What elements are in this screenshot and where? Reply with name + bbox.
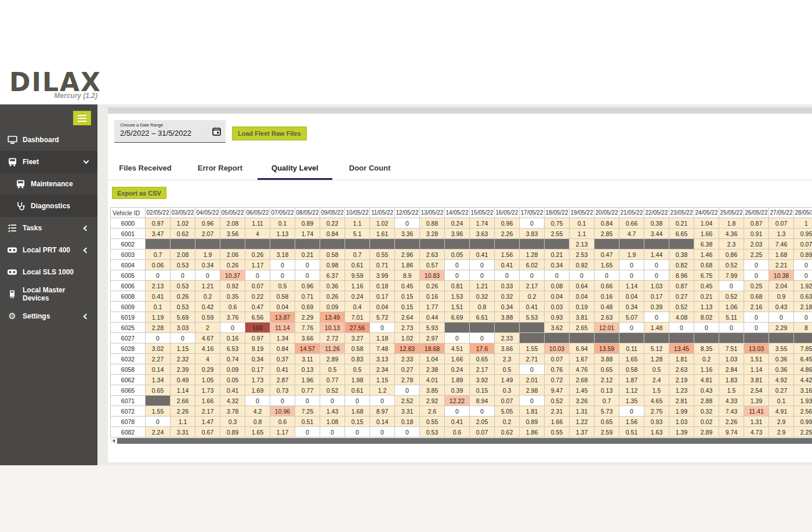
tab-error-report[interactable]: Error Report xyxy=(183,158,258,180)
table-cell: 1.14 xyxy=(744,364,769,375)
table-row: 60013.470.622.073.5641.131.740.845.11.61… xyxy=(111,229,812,239)
table-cell: 0 xyxy=(520,364,545,375)
table-cell: 0.9 xyxy=(769,291,794,302)
sidebar-item-local-prt-400[interactable]: Local PRT 400 xyxy=(0,239,97,261)
table-cell: 0.66 xyxy=(619,218,644,229)
table-cell: 0.66 xyxy=(594,281,619,291)
sidebar-item-settings[interactable]: ⚙Settings xyxy=(0,305,97,327)
table-header-row: Vehicle ID02/05/2203/05/2204/05/2205/05/… xyxy=(111,208,812,218)
table-cell: 0.83 xyxy=(345,354,370,364)
table-cell: 0.64 xyxy=(570,281,594,291)
sidebar-item-local-sls-1000[interactable]: Local SLS 1000 xyxy=(0,261,97,283)
table-cell: 1.83 xyxy=(719,375,744,385)
table-cell: 2.26 xyxy=(719,417,744,427)
table-cell: 0 xyxy=(146,270,171,281)
table-cell: 0 xyxy=(470,270,495,281)
table-cell: 1.13 xyxy=(694,302,719,312)
table-cell: 0.19 xyxy=(570,302,594,312)
tab-door-count[interactable]: Door Count xyxy=(332,158,407,180)
export-csv-button[interactable]: Export as CSV xyxy=(112,187,166,199)
table-cell: 6.45 xyxy=(794,354,812,364)
row-header: 6078 xyxy=(111,417,146,427)
load-fleet-raw-files-button[interactable]: Load Fleet Raw Files xyxy=(232,126,307,140)
scrollbar-thumb[interactable] xyxy=(117,438,812,444)
table-row: 60650.651.141.730.411.690.730.770.520.61… xyxy=(111,385,812,396)
table-cell: 0 xyxy=(470,406,495,417)
sidebar-item-local-master-devices[interactable]: Local Master Devices xyxy=(0,283,97,305)
table-cell: 2.25 xyxy=(744,249,769,260)
table-cell: 1.17 xyxy=(245,260,270,270)
table-cell: 0.41 xyxy=(270,364,295,375)
scrollbar-left-arrow[interactable] xyxy=(110,438,117,444)
table-cell: 0.53 xyxy=(171,302,195,312)
table-cell: 2.78 xyxy=(395,375,420,385)
table-cell: 0.45 xyxy=(395,281,420,291)
sidebar-item-maintenance[interactable]: Maintenance xyxy=(0,173,97,195)
column-header: 03/05/22 xyxy=(171,208,195,218)
menu-toggle-button[interactable] xyxy=(73,111,91,125)
row-header: 6032 xyxy=(111,354,146,364)
sidebar-item-fleet[interactable]: Fleet xyxy=(0,151,97,173)
table-cell: 0.38 xyxy=(669,249,694,260)
tab-quality-level[interactable]: Quality Level xyxy=(258,158,332,180)
table-cell: 10.38 xyxy=(769,270,794,281)
date-range-input[interactable]: Choose a Date Range 2/5/2022 – 31/5/2022 xyxy=(114,120,226,143)
table-cell: 1.04 xyxy=(694,218,719,229)
table-cell: 0.6 xyxy=(220,302,245,312)
table-cell: 0.32 xyxy=(495,291,520,302)
table-cell: 0 xyxy=(694,323,719,333)
sidebar-item-label: Dashboard xyxy=(23,136,59,144)
column-header: 16/05/22 xyxy=(495,208,520,218)
calendar-icon[interactable] xyxy=(212,127,221,136)
table-cell: 13.45 xyxy=(669,343,694,354)
column-header: 15/05/22 xyxy=(470,208,495,218)
table-cell: 5.12 xyxy=(644,343,669,354)
table-cell: 2.24 xyxy=(146,427,171,437)
chip-icon xyxy=(7,289,17,299)
table-cell: 1.34 xyxy=(270,333,295,343)
table-cell: 10.83 xyxy=(420,270,445,281)
table-cell xyxy=(520,333,545,343)
table-cell xyxy=(719,333,744,343)
table-cell: 0.22 xyxy=(320,218,345,229)
table-cell: 8.96 xyxy=(669,270,694,281)
table-cell: 1.18 xyxy=(370,333,395,343)
table-cell: 0.86 xyxy=(719,249,744,260)
table-cell: 2.04 xyxy=(769,281,794,291)
content-panel: Choose a Date Range 2/5/2022 – 31/5/2022… xyxy=(108,114,812,462)
tab-files-received[interactable]: Files Received xyxy=(108,158,183,180)
table-cell: 0.22 xyxy=(245,291,270,302)
table-cell xyxy=(245,239,270,249)
table-cell: 0.5 xyxy=(495,364,520,375)
sidebar-item-dashboard[interactable]: Dashboard xyxy=(0,129,97,151)
table-cell: 0.34 xyxy=(245,354,270,364)
table-cell: 7.99 xyxy=(719,270,744,281)
table-cell: 0.92 xyxy=(570,260,594,270)
table-cell: 0.13 xyxy=(594,385,619,396)
table-cell: 11.41 xyxy=(744,406,769,417)
table-cell: 1.13 xyxy=(270,229,295,239)
table-cell: 2.9 xyxy=(769,417,794,427)
horizontal-scrollbar[interactable] xyxy=(110,438,812,444)
table-cell: 0.34 xyxy=(545,260,570,270)
table-cell: 6.37 xyxy=(320,270,345,281)
table-cell: 0.24 xyxy=(445,218,470,229)
table-cell: 1.1 xyxy=(570,229,594,239)
table-cell: 1.15 xyxy=(370,375,395,385)
table-cell: 0.17 xyxy=(245,364,270,375)
table-cell xyxy=(470,239,495,249)
column-header: 05/05/22 xyxy=(220,208,245,218)
table-cell: 3.28 xyxy=(420,229,445,239)
sidebar-item-tasks[interactable]: Tasks xyxy=(0,217,97,239)
table-cell: 4.73 xyxy=(744,427,769,437)
column-header: 27/05/22 xyxy=(769,208,794,218)
table-cell: 0 xyxy=(794,312,812,323)
sidebar-item-diagnostics[interactable]: Diagnostics xyxy=(0,195,97,217)
table-cell: 2.12 xyxy=(594,375,619,385)
table-cell: 0.34 xyxy=(619,302,644,312)
table-cell: 0 xyxy=(744,270,769,281)
table-cell xyxy=(520,239,545,249)
column-header: 17/05/22 xyxy=(520,208,545,218)
table-cell: 0.05 xyxy=(445,249,470,260)
table-cell: 1.23 xyxy=(669,385,694,396)
